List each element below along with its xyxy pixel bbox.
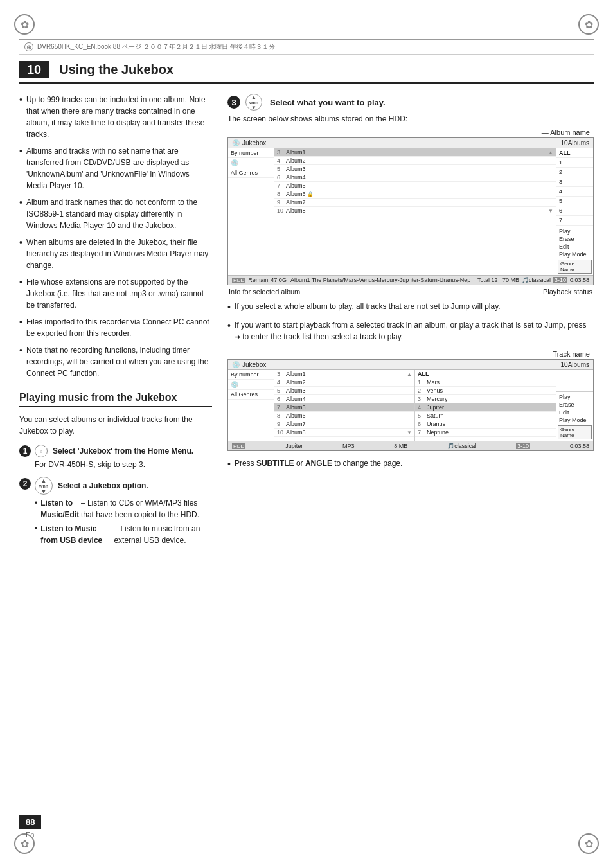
track-left-disc: 💿 (228, 380, 274, 390)
tr-track-7: 7Neptune (415, 429, 556, 437)
track-play-mode-button[interactable]: Play Mode (558, 416, 592, 424)
album-screen-left-panel: By number 💿 All Genres (228, 148, 274, 275)
left-panel-by-number: By number (228, 148, 274, 158)
center-row-album2: 4Album2 (274, 157, 556, 165)
step-2-sub-1: Listen to Music/Edit – Listen to CDs or … (35, 497, 212, 520)
footer-duration: 0:03:58 (570, 277, 589, 283)
bullet-item-5: File whose extensions are not supported … (19, 276, 212, 311)
track-screen-body: By number 💿 All Genres 3Album1 ▲ 4Album2… (228, 370, 593, 441)
play-button-label[interactable]: Play (558, 227, 592, 235)
track-genre-name-button[interactable]: Genre Name (558, 425, 592, 439)
playback-status-label: Playback status (543, 288, 592, 296)
track-center-albums: 3Album1 ▲ 4Album2 5Album3 6Album4 7Album… (274, 370, 415, 441)
tr-track-all: ALL (415, 370, 556, 378)
track-footer-classical: 🎵classical (447, 443, 476, 449)
corner-decoration-tr: ✿ (576, 12, 601, 37)
bullet-item-4: When albums are deleted in the Jukebox, … (19, 236, 212, 271)
track-play-button[interactable]: Play (558, 393, 592, 401)
track-footer-format: MP3 (342, 443, 355, 449)
tr-track-3: 3Mercury (415, 395, 556, 403)
right-all: ALL (556, 148, 593, 158)
track-erase-button[interactable]: Erase (558, 401, 592, 409)
home-menu-icon: ⌂ (35, 445, 48, 457)
screen-note-2: If you want to start playback from a sel… (227, 319, 594, 342)
footer-classical: 🎵classical (522, 277, 551, 283)
track-footer-track: Jupiter (285, 443, 303, 449)
step-3-number: 3 (227, 96, 240, 109)
playing-section-intro: You can select albums or individual trac… (19, 414, 212, 437)
bullet-item-1: Up to 999 tracks can be included in one … (19, 94, 212, 140)
track-footer-time-badge: 3-10 (516, 443, 530, 449)
footer-time-badge: 3-10 (553, 277, 567, 283)
track-screen-left-panel: By number 💿 All Genres (228, 370, 274, 441)
tr-track-1: 1Mars (415, 378, 556, 387)
track-screen-center-panel: 3Album1 ▲ 4Album2 5Album3 6Album4 7Album… (274, 370, 556, 441)
top-bar-circle: ⊕ (24, 42, 33, 51)
screen-note-1: If you select a whole album to play, all… (227, 301, 594, 314)
center-row-album6: 8Album6 🔒 (274, 190, 556, 199)
track-screen-header: 💿 Jukebox 10Albums (228, 360, 593, 370)
album-screen-footer: HDD Remain 47.0G Album1 The Planets/Mars… (228, 275, 593, 285)
right-action-buttons: Play Erase Edit Play Mode Genre Name (556, 226, 593, 275)
tr-center-album3: 5Album3 (274, 387, 414, 395)
bullet-item-3: Album and track names that do not confor… (19, 197, 212, 231)
track-screen-header-right: 10Albums (561, 361, 589, 368)
screen-notes: If you select a whole album to play, all… (227, 301, 594, 342)
right-column: 3 ▲ wnn ▼ Select what you want to play. … (227, 94, 594, 553)
play-mode-button-label[interactable]: Play Mode (558, 251, 592, 258)
main-content: Up to 999 tracks can be included in one … (19, 94, 594, 553)
step-2: 2 ▲ wnn ▼ Select a Jukebox option. Liste… (19, 477, 212, 549)
chapter-number: 10 (19, 61, 49, 78)
tr-center-album6: 8Album6 (274, 412, 414, 420)
top-bar: ⊕ DVR650HK_KC_EN.book 88 ページ ２００７年２月２１日 … (19, 39, 594, 55)
tr-track-6: 6Uranus (415, 420, 556, 429)
edit-button-label[interactable]: Edit (558, 243, 592, 251)
album-screen-header: 💿 Jukebox 10Albums (228, 138, 593, 148)
tr-track-5: 5Saturn (415, 412, 556, 420)
left-panel-all-genres: All Genres (228, 168, 274, 178)
jukebox-disc-icon: 💿 (232, 139, 240, 146)
left-column: Up to 999 tracks can be included in one … (19, 94, 212, 553)
center-row-album5: 7Album5 (274, 182, 556, 190)
track-screen-footer: HDD Jupiter MP3 8 MB 🎵classical 3-10 0:0… (228, 441, 593, 450)
track-screen-right-panel: Play Erase Edit Play Mode Genre Name (556, 370, 593, 441)
step-1-number: 1 (19, 445, 31, 457)
track-left-all-genres: All Genres (228, 390, 274, 400)
album-screen-header-left: Jukebox (242, 139, 266, 146)
center-row-album4: 6Album4 (274, 173, 556, 182)
footer-remain-label: Remain (248, 277, 268, 283)
footer-total-size: Total 12 70 MB (477, 277, 519, 283)
right-5: 5 (556, 197, 593, 206)
step-1: 1 ⌂ Select 'Jukebox' from the Home Menu.… (19, 445, 212, 470)
center-row-album1: 3Album1 ▲ (274, 148, 556, 157)
bottom-note: Press SUBTITLE or ANGLE to change the pa… (227, 457, 594, 471)
center-row-album3: 5Album3 (274, 165, 556, 173)
genre-name-button[interactable]: Genre Name (558, 260, 592, 274)
tr-center-album2: 4Album2 (274, 378, 414, 387)
corner-decoration-br: ✿ (576, 831, 601, 856)
album-name-annotation: — Using the JukeboxAlbum name (227, 128, 594, 136)
step-3-sub: The screen below shows albums stored on … (227, 114, 594, 123)
bullet-item-2: Albums and tracks with no set name that … (19, 145, 212, 191)
track-jukebox-screen: 💿 Jukebox 10Albums By number 💿 All Genre… (227, 359, 594, 451)
chapter-title: Using the Jukebox (59, 62, 173, 77)
album-screen-header-right: 10Albums (561, 139, 589, 146)
track-right-buttons: Play Erase Edit Play Mode Genre Name (556, 391, 593, 441)
track-footer-duration: 0:03:58 (570, 443, 589, 449)
chapter-header: 10 Using the Jukebox (19, 61, 594, 84)
track-edit-button[interactable]: Edit (558, 409, 592, 416)
step-2-number: 2 (19, 478, 31, 490)
tr-center-album7: 9Album7 (274, 420, 414, 429)
bullet-item-7: Note that no recording functions, includ… (19, 344, 212, 379)
bullet-item-6: Files imported to this recorder via Conn… (19, 316, 212, 339)
right-6: 6 (556, 206, 593, 216)
step-3-nav-icon: ▲ wnn ▼ (245, 94, 262, 111)
right-7: 7 (556, 216, 593, 226)
track-left-by-number: By number (228, 370, 274, 380)
track-footer-size: 8 MB (394, 443, 407, 449)
playing-section-title: Playing music from the Jukebox (19, 392, 212, 407)
erase-button-label[interactable]: Erase (558, 235, 592, 243)
center-row-album8: 10Album8 ▼ (274, 207, 556, 215)
page-number: 88 (19, 815, 41, 829)
tr-center-album1: 3Album1 ▲ (274, 370, 414, 378)
